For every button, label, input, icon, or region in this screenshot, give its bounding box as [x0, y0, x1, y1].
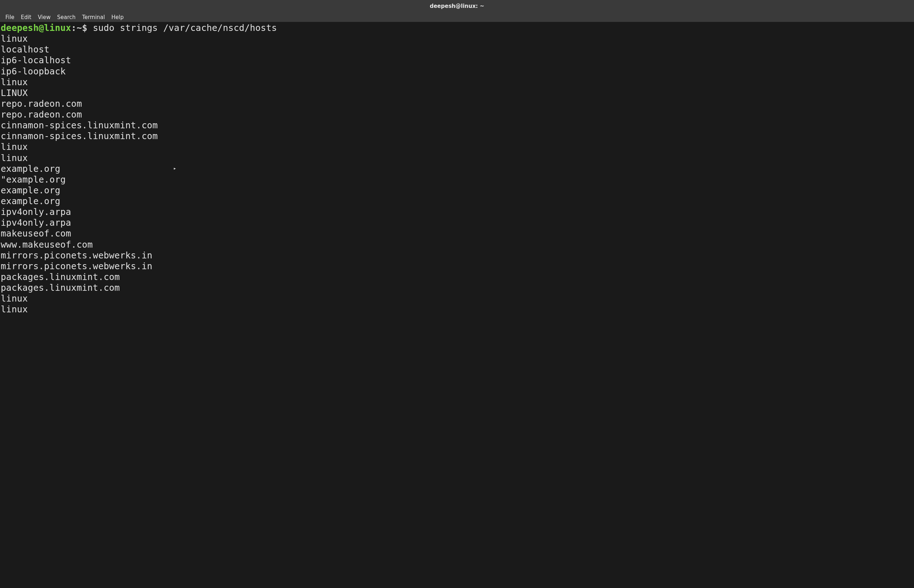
menu-edit[interactable]: Edit — [18, 13, 34, 21]
menu-view[interactable]: View — [34, 13, 54, 21]
prompt-user-host: deepesh@linux — [1, 23, 71, 33]
terminal-body[interactable]: deepesh@linux:~$ sudo strings /var/cache… — [0, 22, 914, 315]
prompt-separator: : — [71, 23, 77, 33]
menu-search[interactable]: Search — [54, 13, 79, 21]
command-value: sudo strings /var/cache/nscd/hosts — [93, 23, 277, 33]
menubar: File Edit View Search Terminal Help — [0, 12, 914, 22]
prompt-path: ~ — [77, 23, 82, 33]
menu-help[interactable]: Help — [108, 13, 127, 21]
menu-file[interactable]: File — [2, 13, 18, 21]
window-titlebar: deepesh@linux: ~ — [0, 0, 914, 12]
terminal-output: linux localhost ip6-localhost ip6-loopba… — [1, 34, 913, 315]
prompt-symbol: $ — [82, 23, 87, 33]
menu-terminal[interactable]: Terminal — [79, 13, 108, 21]
window-title: deepesh@linux: ~ — [430, 3, 484, 9]
command-text — [87, 23, 93, 33]
